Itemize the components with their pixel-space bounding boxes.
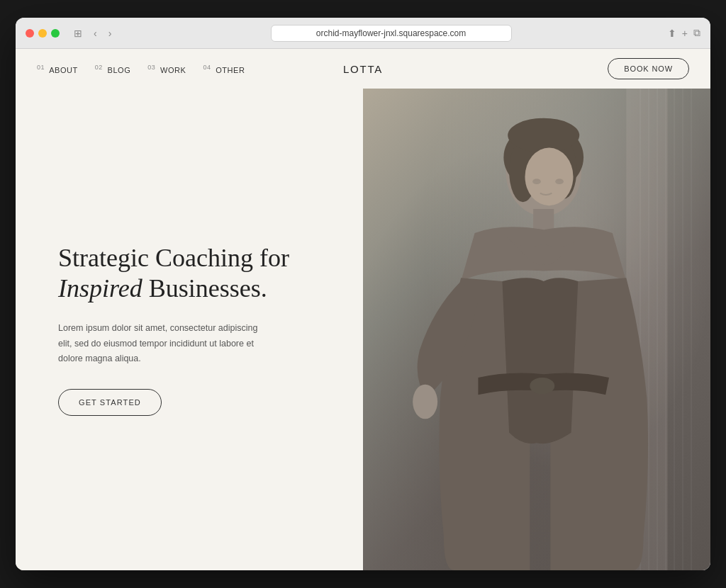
maximize-button[interactable] <box>51 29 60 38</box>
browser-actions: ⬆ + ⧉ <box>668 27 700 39</box>
nav-label-blog: BLOG <box>108 65 131 74</box>
person-figure <box>363 89 710 570</box>
nav-item-work[interactable]: 03 WORK <box>147 64 186 74</box>
browser-titlebar: ⊞ ‹ › ⬆ + ⧉ <box>16 18 710 49</box>
back-button[interactable]: ‹ <box>91 27 100 40</box>
traffic-lights <box>26 29 60 38</box>
address-input[interactable] <box>271 25 512 42</box>
browser-content: 01 ABOUT 02 BLOG 03 WORK 04 OTHER LOTTA <box>16 49 710 570</box>
nav-num-about: 01 <box>37 64 45 71</box>
main-content: Strategic Coaching for Inspired Business… <box>16 89 710 570</box>
forward-button[interactable]: › <box>106 27 115 40</box>
hero-heading: Strategic Coaching for Inspired Business… <box>58 243 328 304</box>
minimize-button[interactable] <box>38 29 47 38</box>
nav-item-blog[interactable]: 02 BLOG <box>95 64 131 74</box>
window-grid-button[interactable]: ⊞ <box>71 27 85 40</box>
left-panel: Strategic Coaching for Inspired Business… <box>16 89 363 570</box>
svg-point-7 <box>525 148 573 206</box>
book-now-button[interactable]: BOOK NOW <box>608 58 689 79</box>
address-bar <box>131 25 650 42</box>
svg-point-10 <box>532 179 541 184</box>
new-tab-button[interactable]: + <box>682 27 688 39</box>
tabs-button[interactable]: ⧉ <box>693 27 700 39</box>
get-started-button[interactable]: GET STARTED <box>58 389 162 416</box>
hero-heading-line1: Strategic Coaching for <box>58 244 289 272</box>
hero-heading-italic: Inspired <box>58 274 143 303</box>
nav-right: BOOK NOW <box>608 58 689 79</box>
browser-controls: ⊞ ‹ › <box>71 27 114 40</box>
site-brand[interactable]: LOTTA <box>343 63 383 75</box>
right-panel <box>363 89 710 570</box>
nav-num-other: 04 <box>203 64 211 71</box>
hero-heading-line2: Businesses. <box>143 274 267 303</box>
nav-num-blog: 02 <box>95 64 103 71</box>
site-nav: 01 ABOUT 02 BLOG 03 WORK 04 OTHER LOTTA <box>16 49 710 89</box>
nav-num-work: 03 <box>147 64 155 71</box>
svg-point-11 <box>555 179 564 184</box>
browser-window: ⊞ ‹ › ⬆ + ⧉ 01 ABOUT 02 BLOG <box>16 18 710 570</box>
hero-description: Lorem ipsum dolor sit amet, consectetur … <box>58 321 271 366</box>
svg-point-6 <box>508 118 579 153</box>
nav-label-work: WORK <box>160 65 186 74</box>
nav-item-other[interactable]: 04 OTHER <box>203 64 245 74</box>
svg-point-9 <box>413 385 437 419</box>
nav-label-other: OTHER <box>216 65 245 74</box>
nav-item-about[interactable]: 01 ABOUT <box>37 64 78 74</box>
close-button[interactable] <box>26 29 34 38</box>
nav-label-about: ABOUT <box>49 65 78 74</box>
share-button[interactable]: ⬆ <box>668 27 676 39</box>
nav-left: 01 ABOUT 02 BLOG 03 WORK 04 OTHER <box>37 64 245 74</box>
svg-point-8 <box>530 378 554 394</box>
photo-background <box>363 89 710 570</box>
